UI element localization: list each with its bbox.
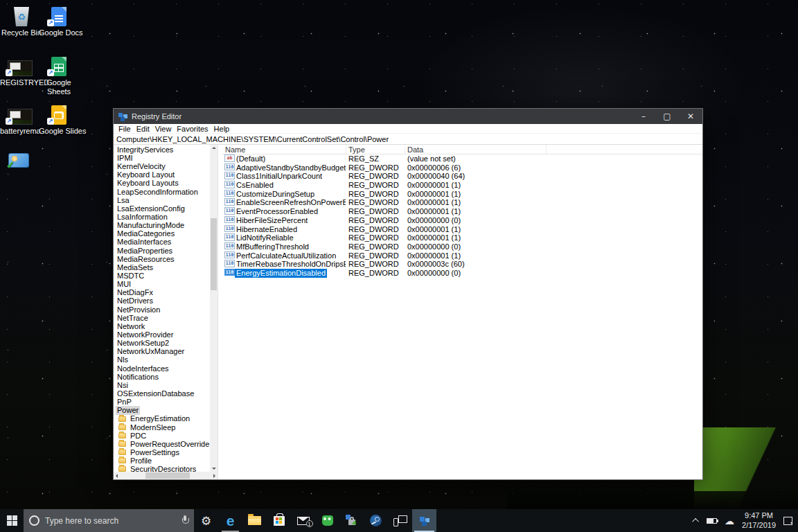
taskbar-app-file-explorer[interactable] — [242, 509, 267, 532]
value-name[interactable]: EnergyEstimationDisabled — [235, 269, 327, 278]
desktop-icon-google-sheets[interactable]: ↗Google Sheets — [39, 54, 79, 96]
tree-item-nettrace[interactable]: NetTrace — [114, 314, 210, 322]
taskbar-clock[interactable]: 9:47 PM 2/17/2019 — [742, 511, 776, 531]
tree-item-kernelvelocity[interactable]: KernelVelocity — [114, 162, 210, 170]
tree-item-ipmi[interactable]: IPMI — [114, 154, 210, 162]
tree-item-mediaproperties[interactable]: MediaProperties — [114, 247, 210, 255]
tree-item-manufacturingmode[interactable]: ManufacturingMode — [114, 221, 210, 229]
tree-item-network[interactable]: Network — [114, 322, 210, 330]
tree-item-energyestimation[interactable]: EnergyEstimation — [114, 415, 210, 423]
address-bar[interactable]: Computer\HKEY_LOCAL_MACHINE\SYSTEM\Curre… — [114, 134, 702, 145]
tree-item-msdtc[interactable]: MSDTC — [114, 272, 210, 280]
tree-item-mediasets[interactable]: MediaSets — [114, 263, 210, 272]
tree-item-integrityservices[interactable]: IntegrityServices — [114, 145, 210, 154]
value-row[interactable]: EnableScreenRefreshOnPowerButtonLon...RE… — [222, 198, 702, 207]
start-button[interactable] — [0, 509, 24, 532]
value-name[interactable]: TimerRebaseThresholdOnDripsExit — [236, 260, 346, 269]
value-name[interactable]: AdaptiveStandbyStandbyBudgetAvgInter... — [236, 163, 346, 172]
action-center-icon[interactable] — [783, 517, 792, 525]
column-separator[interactable] — [346, 145, 346, 154]
taskbar-app-mail[interactable]: 1 — [291, 509, 315, 532]
value-name[interactable]: EnableScreenRefreshOnPowerButtonLon... — [236, 198, 346, 207]
value-row[interactable]: HibernateEnabledREG_DWORD0x00000001 (1) — [222, 225, 702, 234]
column-separator[interactable] — [546, 145, 547, 154]
tree-item-osextensiondatabase[interactable]: OSExtensionDatabase — [114, 389, 210, 398]
value-name[interactable]: LidNotifyReliable — [236, 233, 294, 242]
value-row[interactable]: Class1InitialUnparkCountREG_DWORD0x00000… — [222, 172, 702, 181]
tree-item-networkprovider[interactable]: NetworkProvider — [114, 330, 210, 339]
taskbar-app-store[interactable] — [267, 509, 291, 532]
taskbar-app-your-phone[interactable] — [388, 509, 412, 532]
scroll-down-icon[interactable] — [212, 468, 216, 470]
taskbar-app-steam[interactable] — [364, 509, 388, 532]
desktop-icon-google-docs[interactable]: ↗Google Docs — [39, 4, 79, 37]
microphone-icon[interactable] — [181, 515, 188, 526]
column-name[interactable]: Name — [225, 145, 245, 154]
menu-item-help[interactable]: Help — [211, 125, 233, 133]
tree-item-networksetup2[interactable]: NetworkSetup2 — [114, 339, 210, 347]
desktop-icon-batteryrema[interactable]: ↗batteryrema... — [0, 103, 40, 136]
menu-item-file[interactable]: File — [116, 125, 134, 133]
tree-item-powersettings[interactable]: PowerSettings — [114, 448, 210, 456]
column-type[interactable]: Type — [348, 145, 365, 154]
value-row[interactable]: AdaptiveStandbyStandbyBudgetAvgInter...R… — [222, 163, 702, 172]
value-row[interactable]: (Default)REG_SZ(value not set) — [222, 154, 702, 163]
taskbar-app-settings-gear[interactable]: ⚙ — [194, 509, 218, 532]
tree-item-netprovision[interactable]: NetProvision — [114, 305, 210, 314]
taskbar-app-green-app[interactable] — [315, 509, 339, 532]
value-row[interactable]: MfBufferingThresholdREG_DWORD0x00000000 … — [222, 242, 702, 251]
value-row[interactable]: EventProcessorEnabledREG_DWORD0x00000001… — [222, 207, 702, 216]
tree-item-mediainterfaces[interactable]: MediaInterfaces — [114, 238, 210, 247]
tree-item-pdc[interactable]: PDC — [114, 432, 210, 440]
scroll-left-icon[interactable] — [116, 474, 118, 478]
tree-item-notifications[interactable]: Notifications — [114, 373, 210, 381]
value-name[interactable]: CustomizeDuringSetup — [236, 190, 314, 199]
tree-item-lsainformation[interactable]: LsaInformation — [114, 213, 210, 221]
tree-item-networkuxmanager[interactable]: NetworkUxManager — [114, 347, 210, 355]
chevron-up-icon[interactable] — [692, 518, 699, 525]
close-button[interactable]: ✕ — [679, 109, 702, 124]
tree-item-lsa[interactable]: Lsa — [114, 196, 210, 204]
tree-item-nodeinterfaces[interactable]: NodeInterfaces — [114, 364, 210, 373]
column-data[interactable]: Data — [407, 145, 423, 154]
minimize-button[interactable]: – — [632, 109, 655, 124]
tree-item-nls[interactable]: Nls — [114, 356, 210, 364]
menu-item-view[interactable]: View — [152, 125, 175, 133]
scroll-up-icon[interactable] — [212, 147, 216, 149]
desktop-icon-recycle-bin[interactable]: ♻Recycle Bin — [1, 4, 42, 37]
value-row[interactable]: HiberFileSizePercentREG_DWORD0x00000000 … — [222, 216, 702, 225]
value-name[interactable]: HibernateEnabled — [236, 225, 297, 234]
value-name[interactable]: HiberFileSizePercent — [236, 216, 308, 225]
values-column-header[interactable]: Name Type Data — [222, 145, 702, 154]
value-name[interactable]: CsEnabled — [236, 181, 274, 190]
value-name[interactable]: PerfCalculateActualUtilization — [236, 251, 336, 260]
scroll-right-icon[interactable] — [213, 474, 215, 478]
menu-item-favorites[interactable]: Favorites — [174, 125, 211, 133]
search-box[interactable]: Type here to search — [24, 509, 194, 532]
tree-item-lsaextensionconfig[interactable]: LsaExtensionConfig — [114, 204, 210, 213]
tree-item-modernsleep[interactable]: ModernSleep — [114, 423, 210, 432]
column-separator[interactable] — [405, 145, 405, 154]
horizontal-scroll-thumb[interactable] — [145, 472, 190, 479]
tree-item-keyboard-layout[interactable]: Keyboard Layout — [114, 170, 210, 179]
value-row[interactable]: EnergyEstimationDisabledREG_DWORD0x00000… — [222, 269, 702, 278]
tree-item-netdiagfx[interactable]: NetDiagFx — [114, 288, 210, 296]
tree-item-securitydescriptors[interactable]: SecurityDescriptors — [114, 465, 210, 472]
taskbar-app-lock-app[interactable] — [339, 509, 364, 532]
value-name[interactable]: EventProcessorEnabled — [236, 207, 318, 216]
desktop-icon-registryed[interactable]: ↗REGISTRYED... — [0, 54, 40, 87]
tree-item-keyboard-layouts[interactable]: Keyboard Layouts — [114, 179, 210, 188]
value-name[interactable]: Class1InitialUnparkCount — [236, 172, 322, 181]
vertical-scroll-thumb[interactable] — [211, 218, 217, 290]
value-row[interactable]: CsEnabledREG_DWORD0x00000001 (1) — [222, 181, 702, 190]
desktop-icon-google-slides[interactable]: ↗Google Slides — [39, 103, 79, 136]
tree-item-mediacategories[interactable]: MediaCategories — [114, 229, 210, 238]
value-row[interactable]: CustomizeDuringSetupREG_DWORD0x00000001 … — [222, 190, 702, 199]
tree-item-pnp[interactable]: PnP — [114, 398, 210, 406]
tree-item-mui[interactable]: MUI — [114, 280, 210, 288]
value-name[interactable]: (Default) — [236, 154, 265, 163]
value-row[interactable]: PerfCalculateActualUtilizationREG_DWORD0… — [222, 251, 702, 260]
tree-item-mediaresources[interactable]: MediaResources — [114, 255, 210, 263]
tree-item-powerrequestoverride[interactable]: PowerRequestOverride — [114, 440, 210, 448]
tree-item-nsi[interactable]: Nsi — [114, 381, 210, 389]
